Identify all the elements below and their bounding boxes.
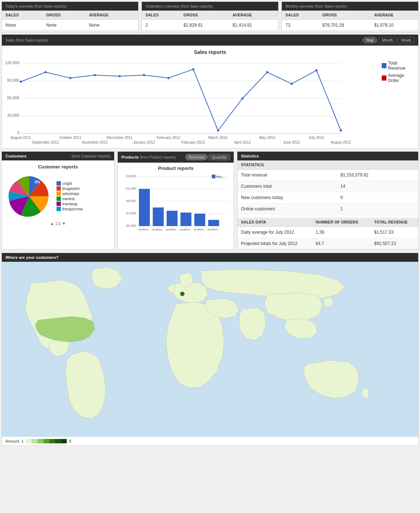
yesterday-col-average: AVERAGE xyxy=(229,11,278,20)
monthly-overview-from: (from Sales reports) xyxy=(315,4,347,8)
products-title: Products xyxy=(121,155,139,159)
monthly-val-average: $1,078.10 xyxy=(370,20,418,31)
bar-1 xyxy=(139,189,150,226)
world-map-svg xyxy=(2,262,417,436)
svg-text:Rev...: Rev... xyxy=(216,175,225,179)
legend-thespocrew-label: thespocrew xyxy=(62,207,83,211)
legend-total-revenue-color xyxy=(382,63,386,68)
tab-month[interactable]: Month xyxy=(379,37,397,43)
legend-swotris: swotris xyxy=(57,197,83,201)
bar-3 xyxy=(167,211,178,226)
sales-data-row-daily: Daily average for July 2012 1.39 $1,517.… xyxy=(237,227,418,238)
bar-6 xyxy=(208,220,219,226)
today-val-gross: None xyxy=(43,20,86,31)
sales-panel: Sales (from Sales reports) Year Month We… xyxy=(1,34,419,148)
monthly-overview-table: SALES GROSS AVERAGE 73 $78,701.28 $1,078… xyxy=(282,11,418,31)
sales-data-col-orders: NUMBER OF ORDERS xyxy=(312,218,370,227)
rev-qty-tabs: Revenue Quantity xyxy=(185,154,230,160)
svg-text:March 2012: March 2012 xyxy=(209,136,228,140)
sales-data-row-projected: Projected totals for July 2012 84.7 $92,… xyxy=(237,238,418,249)
svg-point-15 xyxy=(118,75,121,77)
svg-text:skuffled...: skuffled... xyxy=(194,228,206,231)
tab-week[interactable]: Week xyxy=(398,37,415,43)
products-header-left: Products (from Product reports) xyxy=(121,155,176,159)
svg-rect-50 xyxy=(212,175,215,178)
customers-header: Customers (from Customer reports) xyxy=(2,152,114,160)
tab-revenue[interactable]: Revenue xyxy=(185,154,208,160)
pie-next-icon[interactable]: ▼ xyxy=(62,221,66,226)
svg-text:0: 0 xyxy=(17,131,19,135)
yesterday-val-average: $1,414.81 xyxy=(229,20,278,31)
svg-point-22 xyxy=(291,83,293,85)
pie-chart: 9% xyxy=(5,172,53,220)
legend-thespocrew-dot xyxy=(57,207,61,211)
legend-witoshaja: witoshaja xyxy=(57,191,83,196)
stat-label-total-revenue: Total revenue xyxy=(237,170,337,181)
stat-row-new-customers: New customers today 0 xyxy=(237,192,418,203)
svg-text:May 2012: May 2012 xyxy=(259,136,275,140)
stat-val-new-customers: 0 xyxy=(337,192,418,203)
svg-point-24 xyxy=(340,129,342,132)
legend-average-order: Average Order xyxy=(382,73,415,83)
legend-witoshaja-dot xyxy=(57,191,61,196)
today-overview-header: Today's overview (from Sales reports) xyxy=(2,2,138,11)
svg-text:90,000: 90,000 xyxy=(7,78,19,82)
svg-text:August 2012: August 2012 xyxy=(331,140,351,144)
pie-prev-icon[interactable]: ▲ xyxy=(50,221,54,226)
products-chart-title: Product reports xyxy=(121,166,231,171)
svg-text:October 2011: October 2011 xyxy=(59,136,82,140)
svg-text:November 2011: November 2011 xyxy=(82,140,108,144)
customers-panel: Customers (from Customer reports) Custom… xyxy=(1,151,114,250)
svg-text:47,000: 47,000 xyxy=(126,211,136,215)
tab-year[interactable]: Year xyxy=(362,37,377,43)
statistics-title: Statistics xyxy=(241,154,259,158)
svg-text:September 2011: September 2011 xyxy=(32,140,59,144)
legend-traniwup-dot xyxy=(57,202,61,206)
today-overview-title: Today's overview xyxy=(5,4,33,8)
sales-line-chart: 120,000 90,000 60,000 30,000 0 xyxy=(5,57,352,148)
sales-data-revenue-daily: $1,517.33 xyxy=(370,227,418,238)
monthly-overview-header: Monthly overview (from Sales reports) xyxy=(282,2,418,11)
products-header: Products (from Product reports) Revenue … xyxy=(118,152,234,163)
svg-text:skuffled...: skuffled... xyxy=(180,228,192,231)
monthly-val-gross: $78,701.28 xyxy=(319,20,370,31)
sales-chart-svg-container: 120,000 90,000 60,000 30,000 0 xyxy=(5,57,378,148)
statistics-header: Statistics xyxy=(237,152,418,160)
legend-average-order-color xyxy=(382,75,386,81)
svg-text:skuffled...: skuffled... xyxy=(152,228,164,231)
pie-nav: ▲ 1/2 ▼ xyxy=(5,221,110,226)
yesterday-val-sales: 2 xyxy=(142,20,180,31)
bar-4 xyxy=(180,213,191,226)
products-chart-area: Product reports 53,000 51,000 49,000 47,… xyxy=(118,163,234,242)
customers-chart-area: Customer reports xyxy=(2,160,114,229)
svg-point-13 xyxy=(69,77,71,79)
map-legend-label: Amount xyxy=(5,439,19,443)
svg-text:51,000: 51,000 xyxy=(126,187,136,190)
monthly-col-sales: SALES xyxy=(282,11,319,20)
monthly-col-average: AVERAGE xyxy=(370,11,418,20)
yesterday-overview-table: SALES GROSS AVERAGE 2 $2,829.61 $1,414.8… xyxy=(142,11,278,31)
map-legend-min: 1 xyxy=(22,439,24,443)
tab-quantity[interactable]: Quantity xyxy=(209,154,230,160)
sales-legend: Total Revenue Average Order xyxy=(382,57,415,148)
sales-data-orders-daily: 1.39 xyxy=(312,227,370,238)
sales-data-label-projected: Projected totals for July 2012 xyxy=(237,238,312,249)
legend-swotris-dot xyxy=(57,197,61,201)
svg-text:skuffled...: skuffled... xyxy=(166,228,178,231)
yesterday-overview-title: Yesterday's overview xyxy=(145,4,179,8)
svg-text:August 2011: August 2011 xyxy=(11,136,31,140)
svg-text:53,000: 53,000 xyxy=(126,174,136,178)
sales-data-revenue-projected: $92,557.23 xyxy=(370,238,418,249)
svg-point-20 xyxy=(241,97,244,100)
svg-text:120,000: 120,000 xyxy=(5,61,19,65)
middle-row: Customers (from Customer reports) Custom… xyxy=(0,150,420,251)
today-val-sales: None xyxy=(2,20,43,31)
svg-text:June 2012: June 2012 xyxy=(283,140,300,144)
pie-page-indicator: 1/2 xyxy=(55,221,61,226)
sales-title: Sales xyxy=(5,38,15,42)
stat-val-online-customers: 1 xyxy=(337,203,418,215)
svg-text:30,000: 30,000 xyxy=(7,113,19,117)
stat-row-customers-total: Customers total 14 xyxy=(237,181,418,192)
svg-point-23 xyxy=(315,69,318,71)
svg-text:April 2012: April 2012 xyxy=(234,140,250,144)
